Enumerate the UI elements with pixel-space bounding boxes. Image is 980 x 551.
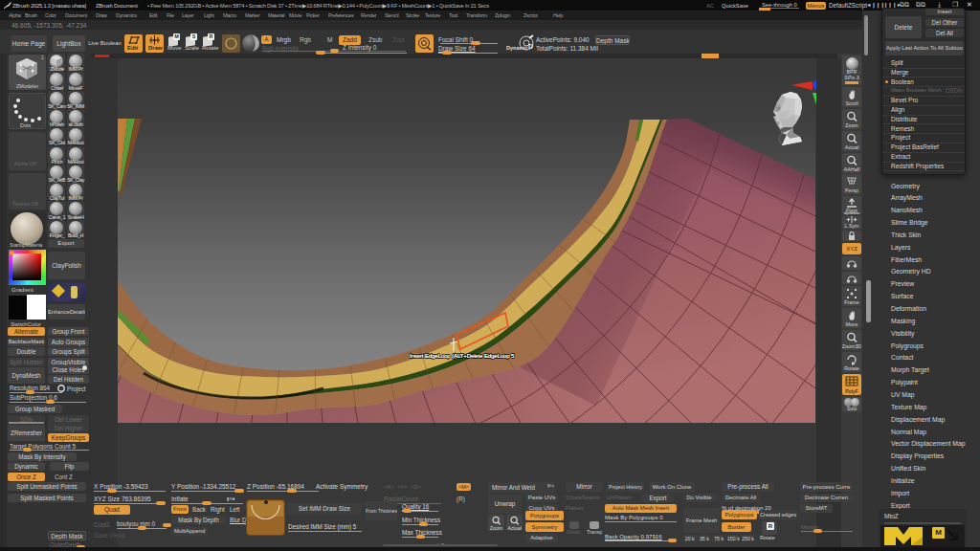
svg-text:Insert EdgeLoop (ALT+Delete Ed: Insert EdgeLoop (ALT+Delete EdgeLoop 5 [410,353,515,359]
